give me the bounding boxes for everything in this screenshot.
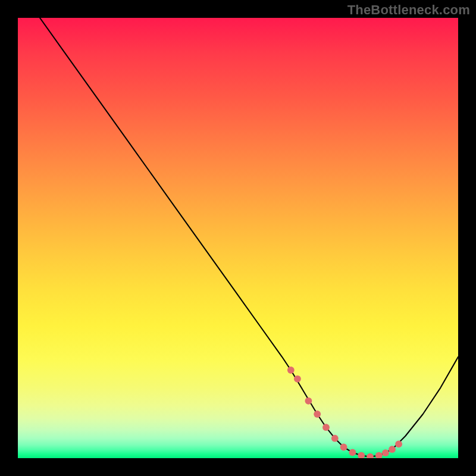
marker-dot (358, 452, 365, 458)
bottleneck-curve (40, 18, 458, 457)
marker-dot (389, 446, 396, 453)
highlight-dots (287, 367, 402, 458)
chart-frame: TheBottleneck.com (0, 0, 476, 476)
marker-dot (375, 452, 383, 458)
marker-dot (349, 449, 356, 456)
marker-dot (331, 435, 339, 442)
marker-dot (382, 449, 389, 456)
marker-dot (287, 367, 295, 374)
marker-dot (340, 444, 347, 451)
attribution-text: TheBottleneck.com (347, 2, 470, 18)
marker-dot (395, 440, 402, 447)
curve-layer (18, 18, 458, 458)
plot-area (18, 18, 458, 458)
marker-dot (367, 453, 374, 458)
marker-dot (294, 375, 301, 383)
marker-dot (305, 397, 312, 405)
marker-dot (314, 411, 321, 418)
marker-dot (322, 424, 330, 431)
